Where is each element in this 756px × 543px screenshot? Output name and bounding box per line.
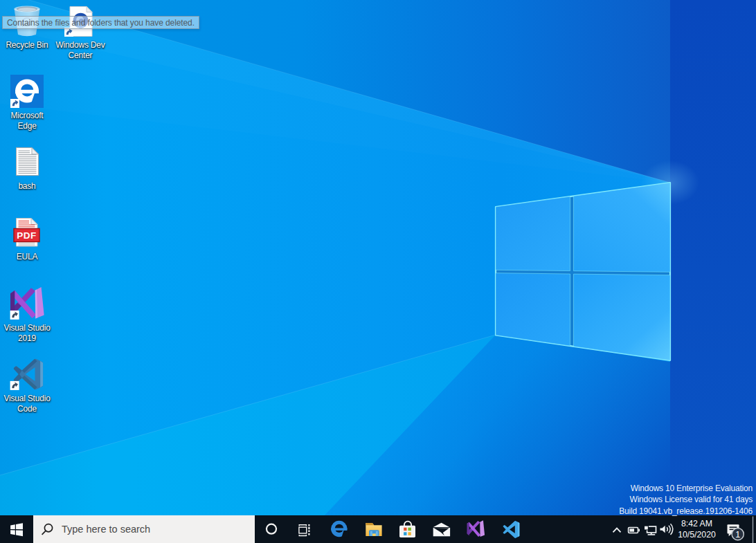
- svg-text:10/5/2020: 10/5/2020: [678, 530, 716, 540]
- svg-text:Type here to search: Type here to search: [62, 524, 150, 535]
- svg-text:PDF: PDF: [17, 230, 37, 241]
- svg-text:8:42 AM: 8:42 AM: [681, 519, 712, 528]
- svg-text:1: 1: [735, 530, 740, 540]
